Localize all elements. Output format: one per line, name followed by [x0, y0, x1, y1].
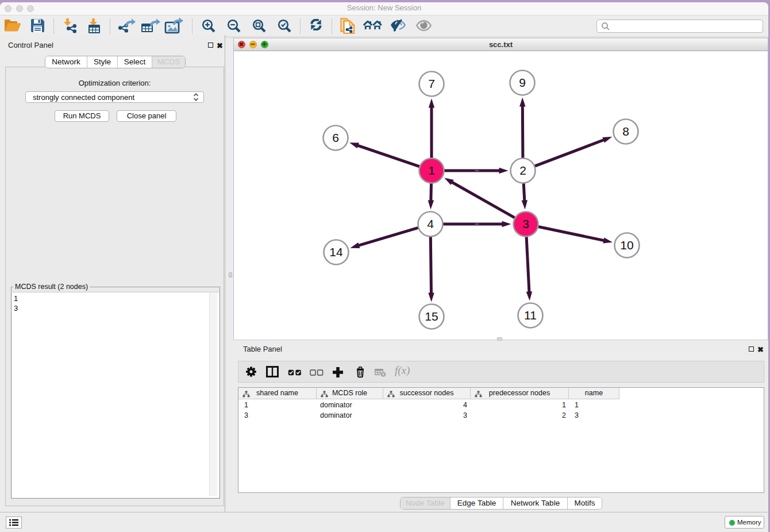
svg-text:3: 3 [522, 217, 529, 230]
svg-text:9: 9 [519, 76, 526, 89]
svg-text:10: 10 [620, 238, 633, 252]
svg-text:4: 4 [427, 217, 434, 230]
svg-text:6: 6 [332, 131, 339, 144]
svg-text:8: 8 [622, 125, 629, 138]
svg-text:14: 14 [329, 245, 343, 259]
svg-text:15: 15 [425, 310, 438, 323]
svg-text:7: 7 [428, 77, 435, 90]
svg-text:1: 1 [428, 164, 435, 177]
svg-text:11: 11 [524, 309, 537, 322]
svg-text:2: 2 [519, 164, 526, 177]
